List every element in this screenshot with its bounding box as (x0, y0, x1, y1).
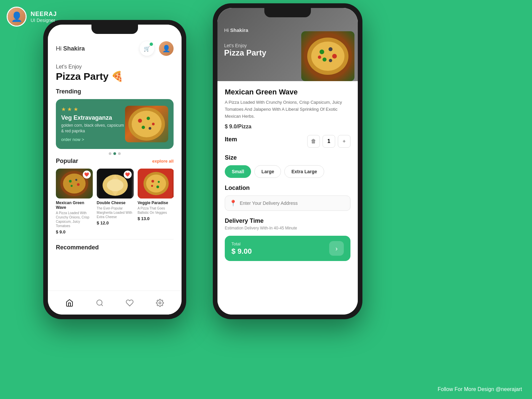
size-label: Size (225, 154, 350, 161)
svg-point-23 (97, 300, 102, 305)
delivery-time-label: Delivery Time (225, 217, 350, 224)
cart-icon: 🛒 (144, 46, 150, 52)
designer-avatar-img: 👤 (8, 8, 26, 26)
checkout-button[interactable]: › (329, 241, 344, 256)
svg-point-34 (318, 56, 321, 59)
designer-credit: 👤 NEERAJ UI Designer (7, 7, 57, 27)
popular-item-1-price: $ 9.0 (56, 229, 93, 234)
svg-point-32 (323, 58, 327, 62)
bottom-nav (48, 291, 182, 315)
total-label: Total (231, 241, 252, 246)
dot-1 (109, 152, 111, 155)
item-label: Item (225, 136, 237, 143)
location-input-wrap: 📍 (225, 196, 350, 211)
delete-button[interactable]: 🗑 (307, 135, 320, 148)
svg-point-28 (311, 42, 344, 71)
popular-item-1-desc: A Pizza Loaded With Crunchy Onions, Cris… (56, 211, 93, 228)
size-large-button[interactable]: Large (254, 165, 281, 178)
hero-title: Pizza Party 🍕 (56, 70, 174, 82)
dot-3 (118, 152, 121, 155)
popular-item-3-image (138, 169, 174, 199)
popular-item-1-image: ❤️ (56, 169, 93, 199)
carousel-dots (56, 152, 174, 155)
size-row: Small Large Extra Large (225, 165, 350, 178)
pizza-3-svg (138, 169, 174, 199)
popular-item-1-name: Mexican Green Wave (56, 200, 93, 210)
detail-screen: Hi Shakira Let's Enjoy Pizza Party 🛒 (217, 8, 358, 315)
nav-home[interactable] (62, 296, 77, 310)
svg-point-6 (149, 127, 151, 130)
popular-item-2-desc: The Ever-Popular Margherita Loaded With … (97, 206, 134, 219)
home-icon (66, 299, 73, 307)
trending-pizza-image (125, 106, 168, 142)
nav-search[interactable] (92, 296, 107, 310)
popular-item-2-name: Double Cheese (97, 200, 134, 205)
nav-favorites[interactable] (122, 296, 137, 310)
popular-item-2[interactable]: ❤️ Double Cheese The Ever-Popular Marghe… (97, 169, 134, 234)
total-info: Total $ 9.00 (231, 241, 252, 256)
left-phone-notch (91, 25, 138, 34)
trending-card-left: ★ ★ ★ Veg Extravaganza golden corn, blac… (61, 106, 125, 142)
hero-emoji: 🍕 (111, 70, 123, 82)
popular-item-3-desc: A Pizza That Goes Ballistic On Veggies (138, 206, 174, 215)
svg-point-12 (70, 185, 72, 187)
location-label: Location (225, 185, 350, 192)
designer-name: NEERAJ (31, 11, 57, 18)
trending-card[interactable]: ★ ★ ★ Veg Extravaganza golden corn, blac… (56, 99, 174, 149)
header-icons: 🛒 👤 (140, 41, 174, 56)
popular-item-3-name: Veggie Paradise (138, 200, 174, 205)
svg-point-30 (329, 47, 332, 51)
order-now-button[interactable]: order now > (61, 137, 125, 142)
greeting-username: Shakira (63, 45, 85, 52)
svg-point-25 (159, 302, 161, 304)
left-phone: Hi Shakira 🛒 👤 Let's Enjoy (43, 20, 186, 319)
increment-button[interactable]: + (338, 135, 350, 148)
popular-item-2-heart[interactable]: ❤️ (124, 171, 132, 179)
size-small-button[interactable]: Small (225, 165, 251, 178)
footer-text: Follow For More Design @neerajart (438, 386, 522, 392)
trash-icon: 🗑 (311, 138, 316, 144)
svg-point-19 (151, 180, 154, 183)
hero-title-text: Pizza Party (56, 71, 108, 82)
detail-greeting: Hi Shakira (224, 27, 266, 33)
user-avatar-img: 👤 (159, 41, 174, 56)
right-phone-screen: Hi Shakira Let's Enjoy Pizza Party 🛒 (217, 8, 358, 315)
user-avatar[interactable]: 👤 (159, 41, 174, 56)
popular-section-label: Popular (56, 158, 78, 165)
location-pin-icon: 📍 (229, 200, 237, 207)
designer-role: UI Designer (31, 18, 57, 23)
svg-point-5 (142, 126, 145, 129)
popular-item-1[interactable]: ❤️ Mexican Green Wave A Pizza Loaded Wit… (56, 169, 93, 234)
cart-button[interactable]: 🛒 (140, 41, 154, 56)
trending-section-label: Trending (56, 88, 174, 95)
pizza-description: A Pizza Loaded With Crunchy Onions, Cris… (225, 99, 350, 120)
location-input[interactable] (225, 196, 350, 211)
total-cta[interactable]: Total $ 9.00 › (225, 236, 350, 261)
popular-item-1-heart[interactable]: ❤️ (83, 171, 91, 179)
nav-settings[interactable] (153, 296, 167, 310)
popular-item-3[interactable]: Veggie Paradise A Pizza That Goes Ballis… (138, 169, 174, 234)
divider (56, 239, 174, 239)
size-extra-large-button[interactable]: Extra Large (284, 165, 324, 178)
dot-2 (113, 152, 116, 155)
svg-point-15 (107, 179, 123, 191)
hero-subtitle: Let's Enjoy (56, 64, 174, 70)
right-phone-notch (264, 8, 311, 17)
popular-item-2-image: ❤️ (97, 169, 134, 199)
settings-icon (156, 299, 164, 307)
greeting-prefix: Hi (56, 45, 63, 52)
trending-name: Veg Extravaganza (61, 114, 125, 121)
detail-pizza-hero-image (301, 31, 354, 81)
popular-item-2-price: $ 12.0 (97, 220, 134, 225)
svg-point-8 (63, 174, 85, 194)
svg-point-33 (329, 59, 332, 62)
svg-point-31 (332, 54, 337, 59)
explore-all-button[interactable]: explore all (152, 159, 174, 164)
svg-point-29 (320, 50, 324, 54)
detail-greeting-username: Shakira (230, 27, 248, 33)
left-phone-body: Hi Shakira 🛒 👤 Let's Enjoy (43, 20, 186, 319)
popular-header: Popular explore all (56, 158, 174, 165)
pizza-price: $ 9.0/Pizza (225, 124, 350, 130)
detail-pizza-svg (301, 31, 354, 81)
designer-avatar: 👤 (7, 7, 27, 27)
